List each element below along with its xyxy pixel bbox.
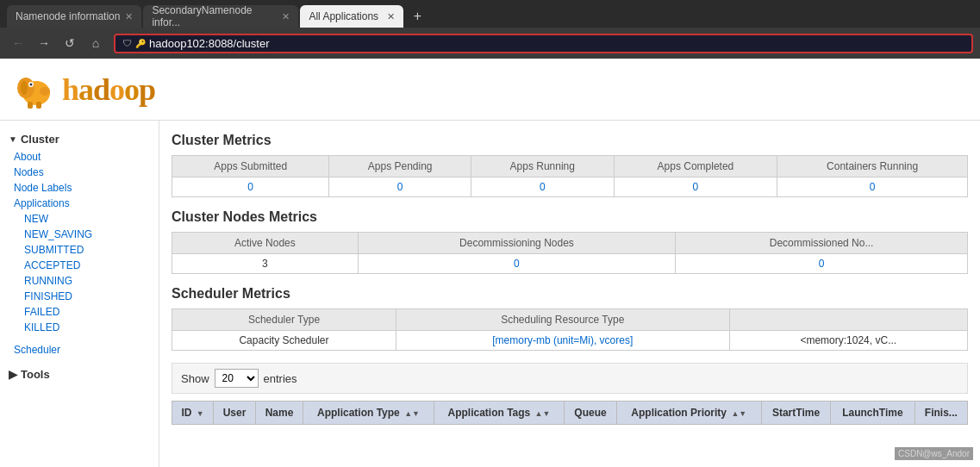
sidebar-item-new[interactable]: NEW bbox=[0, 211, 159, 227]
browser-tabs: Namenode information ✕ SecondaryNamenode… bbox=[7, 0, 429, 28]
sidebar-item-submitted[interactable]: SUBMITTED bbox=[0, 242, 159, 258]
sidebar-tools-section[interactable]: ▶ Tools bbox=[0, 364, 159, 384]
tools-label: Tools bbox=[21, 368, 50, 381]
cluster-section-title: ▼ Cluster bbox=[0, 129, 159, 149]
address-bar[interactable]: 🛡 🔑 bbox=[114, 34, 973, 53]
back-button[interactable]: ← bbox=[7, 32, 29, 54]
col-decommissioned-nodes: Decommissioned No... bbox=[676, 233, 968, 254]
apps-col-app-type: Application Type ▲▼ bbox=[303, 402, 434, 425]
tab-close-namenode[interactable]: ✕ bbox=[125, 11, 133, 22]
scheduler-metrics-title: Scheduler Metrics bbox=[172, 286, 968, 302]
sidebar-item-node-labels[interactable]: Node Labels bbox=[0, 180, 159, 196]
sidebar-item-finished[interactable]: FINISHED bbox=[0, 289, 159, 304]
tab-label: SecondaryNamenode infor... bbox=[152, 4, 277, 28]
scheduler-metrics-table: Scheduler Type Scheduling Resource Type … bbox=[172, 308, 968, 351]
show-entries-select[interactable]: 20 50 100 bbox=[215, 369, 259, 388]
cluster-metrics-title: Cluster Metrics bbox=[172, 133, 968, 148]
apps-col-queue: Queue bbox=[565, 402, 617, 425]
home-button[interactable]: ⌂ bbox=[84, 32, 107, 54]
val-decommissioning-nodes: 0 bbox=[358, 254, 675, 274]
address-input[interactable] bbox=[149, 37, 964, 50]
app-tags-sort-icon[interactable]: ▲▼ bbox=[535, 409, 551, 418]
tools-arrow-icon: ▶ bbox=[9, 368, 17, 381]
val-scheduling-resource-type: [memory-mb (unit=Mi), vcores] bbox=[396, 331, 729, 351]
val-decommissioned-nodes: 0 bbox=[676, 254, 968, 274]
address-shield-icon: 🛡 bbox=[122, 38, 132, 48]
app-type-sort-icon[interactable]: ▲▼ bbox=[404, 409, 420, 418]
page-wrapper: hadoop ▼ Cluster About Nodes Node Labels… bbox=[0, 59, 980, 467]
val-active-nodes: 3 bbox=[172, 254, 359, 274]
show-entries-bar: Show 20 50 100 entries bbox=[172, 363, 968, 394]
cluster-metrics-table: Apps Submitted Apps Pending Apps Running… bbox=[172, 155, 968, 197]
apps-col-name: Name bbox=[255, 402, 303, 425]
reload-button[interactable]: ↺ bbox=[59, 32, 81, 54]
sidebar-item-accepted[interactable]: ACCEPTED bbox=[0, 258, 159, 273]
tab-close-all-apps[interactable]: ✕ bbox=[387, 11, 395, 22]
tab-label: Namenode information bbox=[16, 10, 120, 22]
sidebar: ▼ Cluster About Nodes Node Labels Applic… bbox=[0, 121, 159, 467]
sidebar-item-scheduler[interactable]: Scheduler bbox=[0, 342, 159, 358]
cluster-nodes-row: 3 0 0 bbox=[172, 254, 968, 274]
sidebar-item-failed[interactable]: FAILED bbox=[0, 304, 159, 320]
browser-titlebar: Namenode information ✕ SecondaryNamenode… bbox=[0, 0, 980, 28]
svg-rect-5 bbox=[28, 102, 33, 109]
apps-col-id: ID ▼ bbox=[172, 402, 214, 425]
hadoop-logo: hadoop bbox=[14, 67, 155, 112]
sidebar-item-nodes[interactable]: Nodes bbox=[0, 165, 159, 180]
applications-table: ID ▼ User Name Application Type ▲▼ Appli… bbox=[172, 401, 968, 425]
col-apps-pending: Apps Pending bbox=[329, 156, 471, 177]
forward-button[interactable]: → bbox=[33, 32, 55, 54]
val-apps-pending: 0 bbox=[329, 177, 471, 197]
sidebar-item-applications[interactable]: Applications bbox=[0, 196, 159, 211]
cluster-metrics-row: 0 0 0 0 0 bbox=[172, 177, 968, 197]
tab-all-applications[interactable]: All Applications ✕ bbox=[300, 5, 403, 28]
cluster-nodes-title: Cluster Nodes Metrics bbox=[172, 209, 968, 225]
sidebar-item-about[interactable]: About bbox=[0, 149, 159, 165]
new-tab-button[interactable]: + bbox=[405, 5, 429, 28]
apps-col-launch-time: LaunchTime bbox=[831, 402, 914, 425]
col-scheduler-extra bbox=[729, 309, 967, 331]
sidebar-item-new-saving[interactable]: NEW_SAVING bbox=[0, 227, 159, 242]
apps-col-user: User bbox=[214, 402, 256, 425]
col-scheduling-resource-type: Scheduling Resource Type bbox=[396, 309, 729, 331]
apps-col-start-time: StartTime bbox=[761, 402, 830, 425]
apps-col-app-tags: Application Tags ▲▼ bbox=[434, 402, 564, 425]
scheduler-row: Capacity Scheduler [memory-mb (unit=Mi),… bbox=[172, 331, 968, 351]
browser-addressbar: ← → ↺ ⌂ 🛡 🔑 bbox=[0, 28, 980, 59]
val-apps-submitted: 0 bbox=[172, 177, 329, 197]
sidebar-item-killed[interactable]: KILLED bbox=[0, 320, 159, 335]
col-apps-completed: Apps Completed bbox=[614, 156, 777, 177]
col-scheduler-type: Scheduler Type bbox=[172, 309, 396, 331]
main-content: Cluster Metrics Apps Submitted Apps Pend… bbox=[159, 121, 980, 467]
val-apps-completed: 0 bbox=[614, 177, 777, 197]
id-sort-icon[interactable]: ▼ bbox=[197, 409, 204, 418]
page-header: hadoop bbox=[0, 59, 980, 121]
col-containers-running: Containers Running bbox=[777, 156, 968, 177]
svg-point-4 bbox=[30, 83, 33, 85]
tab-label: All Applications bbox=[309, 10, 378, 22]
main-layout: ▼ Cluster About Nodes Node Labels Applic… bbox=[0, 121, 980, 467]
address-lock-icon: 🔑 bbox=[135, 39, 146, 48]
entries-label: entries bbox=[264, 372, 297, 385]
col-apps-submitted: Apps Submitted bbox=[172, 156, 329, 177]
show-label: Show bbox=[181, 372, 209, 385]
svg-point-2 bbox=[21, 81, 28, 95]
svg-point-7 bbox=[40, 87, 50, 96]
col-decommissioning-nodes: Decommissioning Nodes bbox=[358, 233, 675, 254]
cluster-arrow-icon: ▼ bbox=[9, 134, 17, 144]
tab-secondary-namenode[interactable]: SecondaryNamenode infor... ✕ bbox=[143, 5, 298, 28]
app-priority-sort-icon[interactable]: ▲▼ bbox=[731, 409, 746, 418]
cluster-label: Cluster bbox=[21, 133, 59, 146]
val-scheduler-extra: <memory:1024, vC... bbox=[729, 331, 967, 351]
col-apps-running: Apps Running bbox=[471, 156, 614, 177]
val-apps-running: 0 bbox=[471, 177, 614, 197]
cluster-nodes-table: Active Nodes Decommissioning Nodes Decom… bbox=[172, 232, 968, 274]
sidebar-item-running[interactable]: RUNNING bbox=[0, 273, 159, 289]
hadoop-elephant-icon bbox=[14, 67, 59, 112]
val-containers-running: 0 bbox=[777, 177, 968, 197]
tab-close-secondary[interactable]: ✕ bbox=[282, 11, 290, 22]
tab-namenode[interactable]: Namenode information ✕ bbox=[7, 5, 141, 28]
apps-col-finish: Finis... bbox=[914, 402, 967, 425]
apps-col-app-priority: Application Priority ▲▼ bbox=[616, 402, 761, 425]
col-active-nodes: Active Nodes bbox=[172, 233, 359, 254]
